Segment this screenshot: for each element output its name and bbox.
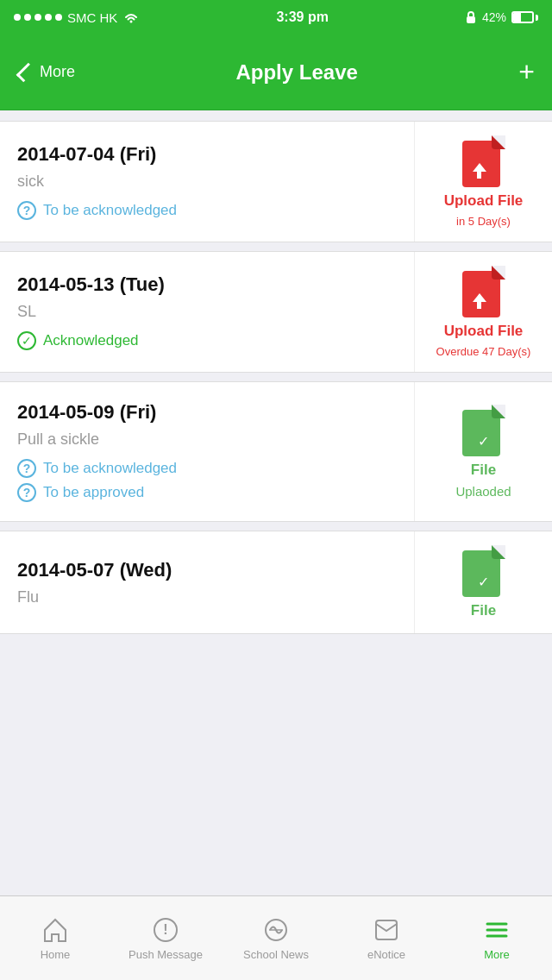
status-text-1: To be acknowledged	[43, 202, 177, 219]
status-left: SMC HK	[14, 10, 140, 25]
page-title: Apply Leave	[235, 60, 357, 85]
file-sub-1: in 5 Day(s)	[456, 215, 511, 228]
question-icon-1: ?	[17, 201, 36, 220]
file-label-1: Upload File	[444, 192, 524, 210]
card-date-4: 2014-05-07 (Wed)	[17, 559, 397, 581]
tab-news-label: School News	[243, 948, 309, 961]
enotice-icon	[372, 915, 401, 945]
back-button[interactable]: More	[17, 63, 75, 81]
tab-enotice-label: eNotice	[367, 948, 405, 961]
signal-dots	[14, 14, 62, 21]
file-icon-red-1	[462, 135, 505, 187]
card-left-1: 2014-07-04 (Fri) sick ? To be acknowledg…	[0, 122, 414, 242]
tab-enotice[interactable]: eNotice	[331, 915, 442, 961]
svg-rect-1	[467, 16, 475, 23]
card-type-3: Pull a sickle	[17, 430, 397, 449]
chevron-left-icon	[16, 62, 36, 82]
card-type-4: Flu	[17, 588, 397, 606]
card-left-4: 2014-05-07 (Wed) Flu	[0, 531, 414, 633]
file-label-4: File	[471, 602, 496, 619]
content-area: 2014-07-04 (Fri) sick ? To be acknowledg…	[0, 110, 552, 736]
nav-bar: More Apply Leave +	[0, 35, 552, 110]
check-on-file-3: ✓	[478, 433, 489, 449]
status-text-2: Acknowledged	[43, 332, 139, 349]
leave-card-2[interactable]: 2014-05-13 (Tue) SL ✓ Acknowledged Uploa…	[0, 251, 552, 373]
card-statuses-3: ? To be acknowledged ? To be approved	[17, 459, 397, 502]
lock-icon	[465, 10, 477, 24]
file-label-3: File	[471, 462, 496, 479]
file-icon-green-4: ✓	[462, 545, 505, 597]
news-icon	[261, 915, 291, 945]
card-date-3: 2014-05-09 (Fri)	[17, 401, 397, 424]
card-right-4: ✓ File	[414, 531, 552, 633]
tab-push-label: Push Message	[129, 948, 203, 961]
status-text-3a: To be acknowledged	[43, 460, 177, 477]
push-icon: !	[151, 915, 180, 945]
battery-percent: 42%	[482, 10, 506, 24]
svg-text:!: !	[163, 922, 167, 937]
card-statuses-2: ✓ Acknowledged	[17, 331, 397, 350]
leave-card-3[interactable]: 2014-05-09 (Fri) Pull a sickle ? To be a…	[0, 381, 552, 522]
check-on-file-4: ✓	[478, 574, 489, 590]
more-icon	[482, 915, 511, 945]
check-icon-2: ✓	[17, 331, 36, 350]
home-icon	[41, 915, 70, 945]
tab-more-label: More	[484, 948, 510, 961]
card-statuses-1: ? To be acknowledged	[17, 201, 397, 220]
status-bar: SMC HK 3:39 pm 42%	[0, 0, 552, 35]
leave-card-1[interactable]: 2014-07-04 (Fri) sick ? To be acknowledg…	[0, 121, 552, 242]
svg-point-0	[130, 21, 133, 23]
file-icon-green-3: ✓	[462, 405, 505, 456]
status-row-2: ✓ Acknowledged	[17, 331, 397, 350]
status-row-1: ? To be acknowledged	[17, 201, 397, 220]
card-type-2: SL	[17, 303, 397, 321]
wifi-icon	[122, 10, 140, 24]
file-sub-3: Uplaoded	[455, 484, 511, 499]
tab-push[interactable]: ! Push Message	[110, 915, 221, 961]
question-icon-3a: ?	[17, 459, 36, 478]
card-left-2: 2014-05-13 (Tue) SL ✓ Acknowledged	[0, 252, 414, 372]
add-button[interactable]: +	[518, 56, 535, 88]
leave-card-4[interactable]: 2014-05-07 (Wed) Flu ✓ File	[0, 531, 552, 634]
card-date-2: 2014-05-13 (Tue)	[17, 273, 397, 296]
card-type-1: sick	[17, 173, 397, 191]
tab-news[interactable]: School News	[221, 915, 331, 961]
question-icon-3b: ?	[17, 483, 36, 502]
tab-home[interactable]: Home	[0, 915, 110, 961]
card-date-1: 2014-07-04 (Fri)	[17, 143, 397, 166]
status-right: 42%	[465, 10, 538, 24]
status-time: 3:39 pm	[276, 9, 328, 25]
card-right-1: Upload File in 5 Day(s)	[414, 122, 552, 242]
tab-bar: Home ! Push Message School News eNotice …	[0, 895, 552, 980]
card-right-2: Upload File Overdue 47 Day(s)	[414, 252, 552, 372]
file-icon-red-2	[462, 266, 505, 317]
status-row-3a: ? To be acknowledged	[17, 459, 397, 478]
card-right-3: ✓ File Uplaoded	[414, 382, 552, 521]
card-left-3: 2014-05-09 (Fri) Pull a sickle ? To be a…	[0, 382, 414, 521]
status-row-3b: ? To be approved	[17, 483, 397, 502]
battery-icon	[511, 11, 538, 23]
file-sub-2: Overdue 47 Day(s)	[436, 345, 531, 358]
carrier-label: SMC HK	[67, 10, 117, 25]
tab-more[interactable]: More	[442, 915, 552, 961]
file-label-2: Upload File	[444, 323, 524, 340]
status-text-3b: To be approved	[43, 484, 144, 501]
tab-home-label: Home	[41, 948, 71, 961]
